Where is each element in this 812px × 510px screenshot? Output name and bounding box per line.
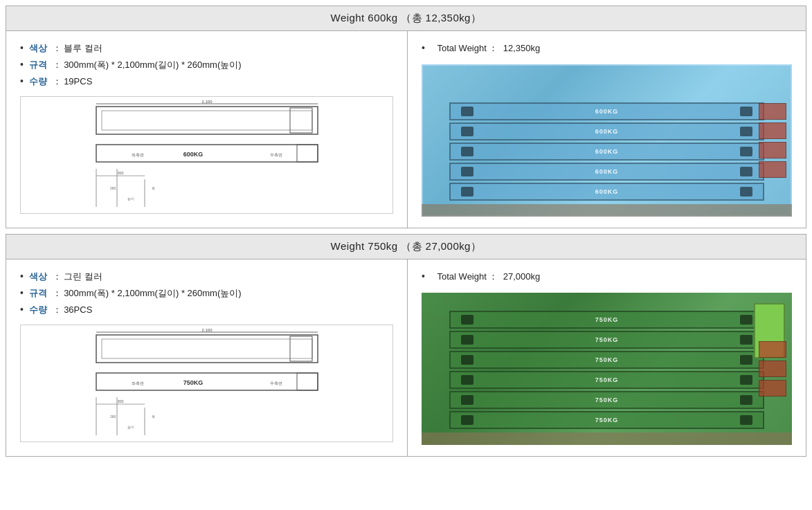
bullet-dot-750-2: • xyxy=(20,287,24,298)
hole-600-1r xyxy=(740,107,752,116)
svg-text:600KG: 600KG xyxy=(183,151,203,158)
total-weight-colon-600: ： xyxy=(489,43,500,53)
svg-rect-1 xyxy=(102,111,312,130)
diagram-600kg: 2,100 600KG 좌측면 우측면 30 xyxy=(20,96,393,214)
spec-colon-600-color: ： xyxy=(50,42,64,55)
total-weight-value-600: 12,350kg xyxy=(503,43,541,53)
diagram-svg-600: 2,100 600KG 좌측면 우측면 30 xyxy=(75,100,339,210)
hole-600-5r xyxy=(740,187,752,197)
hole-750-3r xyxy=(740,355,752,365)
hole-600-4l xyxy=(461,167,473,176)
section-600kg-header: Weight 600kg （총 12,350kg） xyxy=(6,6,806,31)
hole-600-2r xyxy=(740,127,752,136)
section-750kg-body: • 색상 ： 그린 컬러 • 규격 ： 300mm(폭) * 2,100mm(길… xyxy=(6,259,806,456)
section-750kg-left: • 색상 ： 그린 컬러 • 규격 ： 300mm(폭) * 2,100mm(길… xyxy=(6,259,408,456)
svg-rect-20 xyxy=(290,336,312,361)
svg-text:높이: 높이 xyxy=(127,197,134,201)
block-row-600-5: 600KG xyxy=(449,183,764,201)
spec-color-750: • 색상 ： 그린 컬러 xyxy=(20,271,393,283)
block-row-600-2: 600KG xyxy=(449,122,764,140)
ground-750 xyxy=(422,432,792,445)
page-wrapper: Weight 600kg （총 12,350kg） • 색상 ： 블루 컬러 •… xyxy=(0,0,812,468)
spec-qty-600: • 수량 ： 19PCS xyxy=(20,75,393,88)
svg-text:260: 260 xyxy=(110,186,116,190)
spec-colon-750-color: ： xyxy=(50,271,64,283)
section-600kg-specs: • 색상 ： 블루 컬러 • 규격 ： 300mm(폭) * 2,100mm(길… xyxy=(20,42,393,88)
block-stack-600: 600KG 600KG 600KG xyxy=(449,102,764,203)
block-row-750-6: 750KG xyxy=(449,411,764,429)
hole-750-6l xyxy=(461,415,473,425)
section-750kg: Weight 750kg （총 27,000kg） • 색상 ： 그린 컬러 •… xyxy=(6,234,806,457)
diagram-svg-750: 2,100 750KG 좌측면 우측면 300 260 xyxy=(75,328,339,439)
hole-750-4r xyxy=(740,375,752,385)
spec-color-value-750: 그린 컬러 xyxy=(64,271,102,283)
svg-rect-5 xyxy=(96,145,318,162)
spec-color-key-750: 색상 xyxy=(29,271,47,283)
hole-600-5l xyxy=(461,187,473,197)
total-weight-label-600: Total Weight xyxy=(437,43,487,53)
svg-text:좌측면: 좌측면 xyxy=(132,381,144,385)
svg-text:높이: 높이 xyxy=(127,425,134,429)
bullet-dot-750-3: • xyxy=(20,304,24,315)
section-750kg-header: Weight 750kg （총 27,000kg） xyxy=(6,235,806,259)
svg-text:300: 300 xyxy=(117,399,123,403)
spec-qty-value-750: 36PCS xyxy=(64,304,92,315)
bullet-dot-2: • xyxy=(20,59,24,70)
right-block-750-1 xyxy=(759,341,786,358)
spec-size-key-600: 규격 xyxy=(29,59,47,71)
spec-colon-600-size: ： xyxy=(50,59,64,71)
block-row-750-3: 750KG xyxy=(449,351,764,369)
svg-text:260: 260 xyxy=(110,415,116,419)
spec-color-600: • 색상 ： 블루 컬러 xyxy=(20,42,393,55)
hole-750-4l xyxy=(461,375,473,385)
svg-rect-27 xyxy=(297,373,318,390)
section-600kg-right: • Total Weight ： 12,350kg 600KG xyxy=(408,31,806,228)
spec-size-value-600: 300mm(폭) * 2,100mm(길이) * 260mm(높이) xyxy=(64,59,241,71)
svg-rect-19 xyxy=(102,339,312,358)
svg-text:좌측면: 좌측면 xyxy=(132,153,144,157)
svg-rect-2 xyxy=(290,108,312,133)
right-block-600-2 xyxy=(759,122,786,139)
svg-text:2,100: 2,100 xyxy=(201,328,213,332)
block-row-600-3: 600KG xyxy=(449,143,764,161)
spec-colon-750-size: ： xyxy=(50,287,64,300)
total-weight-750: • Total Weight ： 27,000kg xyxy=(422,271,792,283)
bullet-dot-750-1: • xyxy=(20,271,24,282)
total-bullet-600: • xyxy=(422,42,425,53)
block-row-600-1: 600KG xyxy=(449,102,764,120)
hole-600-2l xyxy=(461,127,473,136)
hole-600-1l xyxy=(461,107,473,116)
hole-750-3l xyxy=(461,355,473,365)
block-row-750-4: 750KG xyxy=(449,371,764,389)
section-600kg: Weight 600kg （총 12,350kg） • 색상 ： 블루 컬러 •… xyxy=(6,6,806,228)
svg-text:우측면: 우측면 xyxy=(270,153,282,157)
spec-color-key-600: 색상 xyxy=(29,42,47,55)
hole-750-1r xyxy=(740,315,752,325)
hole-600-3l xyxy=(461,147,473,156)
svg-rect-9 xyxy=(297,145,318,162)
spec-size-600: • 규격 ： 300mm(폭) * 2,100mm(길이) * 260mm(높이… xyxy=(20,59,393,71)
svg-text:300: 300 xyxy=(117,171,123,175)
section-750kg-right: • Total Weight ： 27,000kg 750KG xyxy=(408,259,806,456)
bullet-dot-3: • xyxy=(20,75,24,86)
hole-750-2r xyxy=(740,335,752,345)
section-750kg-title: Weight 750kg （총 27,000kg） xyxy=(331,240,482,252)
right-block-750-2 xyxy=(759,361,786,377)
total-weight-600: • Total Weight ： 12,350kg xyxy=(422,42,792,55)
svg-text:폭: 폭 xyxy=(152,186,155,190)
right-stack-750 xyxy=(759,307,786,431)
block-row-750-1: 750KG xyxy=(449,311,764,329)
spec-size-value-750: 300mm(폭) * 2,100mm(길이) * 260mm(높이) xyxy=(64,287,241,300)
block-row-750-2: 750KG xyxy=(449,331,764,349)
photo-600kg: 600KG 600KG 600KG xyxy=(422,64,792,217)
spec-qty-key-750: 수량 xyxy=(29,304,47,316)
spec-size-750: • 규격 ： 300mm(폭) * 2,100mm(길이) * 260mm(높이… xyxy=(20,287,393,300)
section-750kg-specs: • 색상 ： 그린 컬러 • 규격 ： 300mm(폭) * 2,100mm(길… xyxy=(20,271,393,316)
spec-qty-key-600: 수량 xyxy=(29,75,47,88)
spec-size-key-750: 규격 xyxy=(29,287,47,300)
total-bullet-750: • xyxy=(422,271,425,282)
spec-colon-600-qty: ： xyxy=(50,75,64,88)
svg-rect-23 xyxy=(96,373,318,390)
section-600kg-left: • 색상 ： 블루 컬러 • 규격 ： 300mm(폭) * 2,100mm(길… xyxy=(6,31,408,228)
right-block-750-3 xyxy=(759,380,786,397)
